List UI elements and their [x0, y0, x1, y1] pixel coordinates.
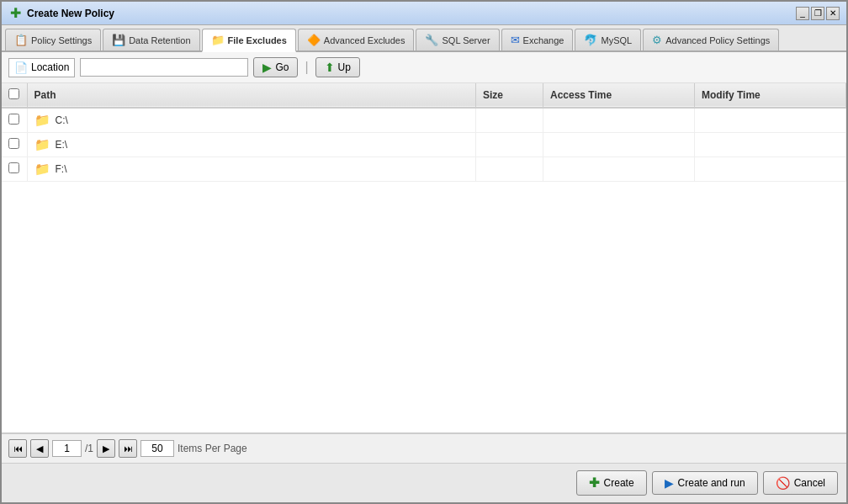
per-page-label: Items Per Page	[178, 443, 247, 454]
tab-advanced-excludes[interactable]: 🔶 Advanced Excludes	[298, 29, 415, 50]
table-row: 📁F:\	[2, 157, 846, 182]
path-cell: 📁C:\	[34, 113, 469, 128]
tab-file-excludes[interactable]: 📁 File Excludes	[202, 29, 296, 52]
table-header-row: Path Size Access Time Modify Time	[2, 83, 846, 108]
tab-data-retention[interactable]: 💾 Data Retention	[103, 29, 199, 50]
tab-sql-server-label: SQL Server	[442, 35, 490, 45]
create-button[interactable]: ✚ Create	[576, 470, 647, 496]
file-table: Path Size Access Time Modify Time 📁C:\📁E…	[2, 83, 846, 182]
advanced-policy-settings-icon: ⚙	[652, 34, 662, 46]
tab-advanced-policy-settings[interactable]: ⚙ Advanced Policy Settings	[643, 29, 779, 50]
tab-file-excludes-label: File Excludes	[228, 35, 287, 45]
create-and-run-icon: ▶	[665, 476, 674, 490]
main-window: ✚ Create New Policy _ ❐ ✕ 📋 Policy Setti…	[0, 0, 848, 504]
next-page-button[interactable]: ▶	[97, 439, 115, 458]
close-button[interactable]: ✕	[826, 7, 840, 20]
first-page-button[interactable]: ⏮	[8, 439, 27, 458]
location-text: Location	[31, 61, 69, 73]
page-number-input[interactable]	[52, 440, 82, 457]
select-all-checkbox[interactable]	[8, 88, 19, 99]
tab-sql-server[interactable]: 🔧 SQL Server	[416, 29, 499, 50]
sql-server-icon: 🔧	[425, 34, 438, 46]
path-text: E:\	[56, 139, 68, 151]
row-modify-time	[695, 133, 846, 157]
cancel-icon: 🚫	[776, 476, 790, 490]
file-table-container: Path Size Access Time Modify Time 📁C:\📁E…	[2, 83, 846, 432]
tab-policy-settings-label: Policy Settings	[31, 35, 92, 45]
row-checkbox-cell	[2, 108, 27, 133]
per-page-input[interactable]	[140, 440, 174, 457]
folder-icon: 📁	[34, 137, 50, 152]
row-size	[476, 157, 543, 182]
table-body: 📁C:\📁E:\📁F:\	[2, 108, 846, 182]
minimize-button[interactable]: _	[796, 7, 809, 20]
cancel-button[interactable]: 🚫 Cancel	[763, 471, 838, 495]
folder-icon: 📁	[34, 162, 50, 177]
title-bar: ✚ Create New Policy _ ❐ ✕	[2, 2, 846, 25]
row-modify-time	[695, 108, 846, 133]
row-checkbox-cell	[2, 133, 27, 157]
row-size	[476, 108, 543, 133]
tab-mysql-label: MySQL	[601, 35, 632, 45]
col-size: Size	[476, 83, 543, 108]
last-page-button[interactable]: ⏭	[119, 439, 137, 458]
window-controls: _ ❐ ✕	[796, 7, 840, 20]
row-path: 📁C:\	[27, 108, 476, 133]
col-checkbox	[2, 83, 27, 108]
row-checkbox[interactable]	[8, 162, 19, 173]
row-modify-time	[695, 157, 846, 182]
up-button[interactable]: ⬆ Up	[315, 57, 360, 77]
path-text: F:\	[56, 163, 67, 175]
tab-data-retention-label: Data Retention	[129, 35, 190, 45]
row-checkbox[interactable]	[8, 138, 19, 149]
file-excludes-icon: 📁	[211, 34, 225, 46]
row-checkbox[interactable]	[8, 114, 19, 125]
row-access-time	[543, 108, 695, 133]
window-title: Create New Policy	[27, 8, 791, 19]
row-access-time	[543, 157, 695, 182]
row-access-time	[543, 133, 695, 157]
folder-icon: 📁	[34, 113, 50, 128]
col-access-time: Access Time	[543, 83, 695, 108]
location-input[interactable]	[80, 58, 248, 77]
location-label-box: 📄 Location	[8, 58, 75, 77]
table-row: 📁C:\	[2, 108, 846, 133]
advanced-excludes-icon: 🔶	[307, 34, 321, 46]
total-pages: /1	[85, 443, 93, 454]
path-cell: 📁E:\	[34, 137, 469, 152]
row-checkbox-cell	[2, 157, 27, 182]
go-label: Go	[275, 61, 289, 73]
toolbar: 📄 Location ▶ Go | ⬆ Up	[2, 52, 846, 83]
location-icon: 📄	[14, 61, 28, 74]
row-size	[476, 133, 543, 157]
go-button[interactable]: ▶ Go	[253, 57, 298, 77]
up-label: Up	[338, 61, 351, 73]
create-icon: ✚	[589, 475, 600, 491]
tab-mysql[interactable]: 🐬 MySQL	[575, 29, 641, 50]
prev-page-button[interactable]: ◀	[30, 439, 49, 458]
tabs-bar: 📋 Policy Settings 💾 Data Retention 📁 Fil…	[2, 25, 846, 52]
cancel-label: Cancel	[794, 477, 825, 489]
col-modify-time: Modify Time	[695, 83, 846, 108]
toolbar-separator: |	[303, 60, 310, 75]
table-row: 📁E:\	[2, 133, 846, 157]
create-label: Create	[604, 477, 634, 489]
data-retention-icon: 💾	[112, 34, 125, 46]
bottom-action-bar: ✚ Create ▶ Create and run 🚫 Cancel	[2, 463, 846, 502]
row-path: 📁E:\	[27, 133, 476, 157]
go-icon: ▶	[262, 61, 272, 74]
exchange-icon: ✉	[511, 34, 520, 46]
path-text: C:\	[56, 114, 68, 126]
tab-policy-settings[interactable]: 📋 Policy Settings	[5, 29, 101, 50]
path-cell: 📁F:\	[34, 162, 469, 177]
window-icon: ✚	[8, 7, 22, 20]
pagination-bar: ⏮ ◀ /1 ▶ ⏭ Items Per Page	[2, 432, 846, 463]
col-path: Path	[27, 83, 476, 108]
tab-advanced-excludes-label: Advanced Excludes	[324, 35, 405, 45]
tab-advanced-policy-settings-label: Advanced Policy Settings	[665, 35, 770, 45]
policy-settings-icon: 📋	[14, 34, 28, 46]
tab-exchange[interactable]: ✉ Exchange	[501, 29, 574, 50]
up-icon: ⬆	[325, 61, 335, 74]
create-and-run-button[interactable]: ▶ Create and run	[652, 471, 758, 495]
restore-button[interactable]: ❐	[811, 7, 824, 20]
